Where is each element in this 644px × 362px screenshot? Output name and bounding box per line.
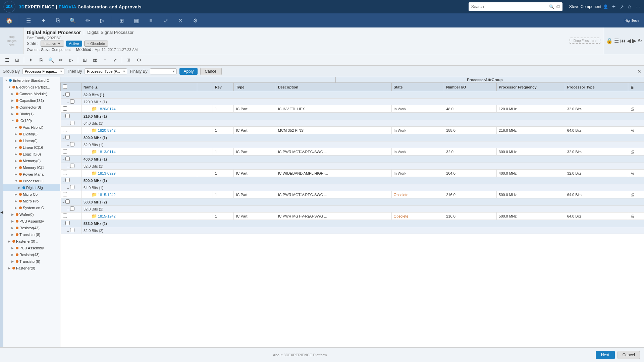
part-link-3[interactable]: 1813-0114: [98, 150, 116, 154]
subgroup-checkbox[interactable]: [70, 99, 74, 104]
group-checkbox-4[interactable]: [65, 157, 70, 161]
new-item-btn[interactable]: ✦: [26, 56, 35, 64]
list2-btn[interactable]: ≡: [101, 56, 109, 64]
group-checkbox-7[interactable]: [65, 221, 70, 225]
col-numio[interactable]: Number I/O: [444, 83, 497, 91]
tree-item-digitalsig[interactable]: ▶ Digital Sig: [3, 184, 60, 191]
subgroup-expand-icon-3[interactable]: –: [67, 143, 69, 147]
print-icon-5[interactable]: 🖨: [630, 192, 634, 197]
part-link-6[interactable]: 1815-1242: [98, 214, 116, 218]
subgroup-expand-icon[interactable]: –: [67, 101, 69, 104]
nav-next-icon[interactable]: ▶: [632, 38, 636, 44]
subgroup-expand-icon-5[interactable]: –: [67, 186, 69, 190]
add-icon[interactable]: +: [612, 3, 616, 10]
group-expand-icon-2[interactable]: –: [63, 115, 65, 119]
tree-item-transistor[interactable]: ▶ Transistor(8): [3, 231, 60, 238]
row-checkbox-2[interactable]: [63, 128, 67, 132]
tree-item-logicic[interactable]: ▶ Logic IC(0): [3, 151, 60, 158]
view-toggle-btn[interactable]: ☰: [3, 56, 11, 64]
row-checkbox-6[interactable]: [63, 214, 67, 218]
subgroup-checkbox-3[interactable]: [70, 142, 74, 146]
tree-item-systemon[interactable]: ▶ System on C: [3, 204, 60, 211]
tree-item-electronics[interactable]: ▼ Electronics Parts(3...: [3, 84, 60, 90]
tree-item-micropro[interactable]: ▶ Micro Pro: [3, 198, 60, 204]
then-by-select-wrap[interactable]: Processor Type (P...: [85, 68, 127, 74]
state-obsolete-btn[interactable]: + Obsolete: [84, 41, 108, 47]
state-inactive-btn[interactable]: Inactive ▼: [41, 41, 64, 47]
copy-item-btn[interactable]: ⎘: [37, 56, 45, 64]
tree-item-microco[interactable]: ▶ Micro Co: [3, 191, 60, 198]
row-checkbox-5[interactable]: [63, 192, 67, 196]
tree-item-pcbassembly[interactable]: ▶ PCB Assembly: [3, 218, 60, 225]
row-checkbox-3[interactable]: [63, 149, 67, 154]
fullscreen-btn[interactable]: ⤢: [111, 56, 119, 64]
group-checkbox-3[interactable]: [65, 135, 70, 139]
search-box[interactable]: 🔍 🏷: [469, 2, 562, 11]
print-icon-6[interactable]: 🖨: [630, 214, 634, 219]
tree-item-power[interactable]: ▶ Power Mana: [3, 171, 60, 178]
group-checkbox-6[interactable]: [65, 199, 70, 204]
tree-item-enterprise[interactable]: ▼ Enterprise Standard C: [3, 77, 60, 84]
toolbar-list-btn[interactable]: ≡: [145, 13, 157, 27]
toolbar-expand-btn[interactable]: ⤢: [160, 13, 172, 27]
col-state[interactable]: State: [391, 83, 444, 91]
state-active-btn[interactable]: Active: [66, 41, 82, 47]
group-checkbox[interactable]: [65, 92, 70, 97]
nav-start-icon[interactable]: ⏮: [620, 38, 626, 44]
tree-item-resistor[interactable]: ▶ Resistor(43): [3, 225, 60, 231]
finally-by-select-wrap[interactable]: [150, 68, 177, 74]
tree-item-diode[interactable]: ▶ Diode(1): [3, 111, 60, 117]
toolbar-search2-btn[interactable]: 🔍: [67, 13, 79, 27]
edit-item-btn[interactable]: ✏: [57, 56, 65, 64]
col-proctype[interactable]: Processor Type: [565, 83, 628, 91]
tree-item-memoryic[interactable]: ▶ Memory IC(1: [3, 164, 60, 171]
group-by-select-wrap[interactable]: Processor Freque...: [22, 68, 64, 74]
subgroup-checkbox-2[interactable]: [70, 121, 74, 125]
filter3-btn[interactable]: ⧖: [124, 56, 133, 64]
tree-item-transistor2[interactable]: ▶ Transistor(8): [3, 258, 60, 265]
select-all-checkbox[interactable]: [63, 84, 67, 89]
expand-all-btn[interactable]: ⊞: [13, 56, 21, 64]
col-desc[interactable]: Description: [276, 83, 391, 91]
tree-item-resistor2[interactable]: ▶ Resistor(43): [3, 251, 60, 258]
tree-item-ic[interactable]: ▼ IC(120): [3, 117, 60, 124]
cancel-bottom-button[interactable]: Cancel: [618, 351, 640, 359]
tree-item-pcbassembly2[interactable]: ▶ PCB Assembly: [3, 245, 60, 251]
arrow-item-btn[interactable]: ▷: [67, 56, 75, 64]
table2-btn[interactable]: ⊞: [80, 56, 89, 64]
lock-icon[interactable]: 🔒: [606, 38, 613, 44]
toolbar-home-btn[interactable]: 🏠: [3, 13, 15, 27]
toolbar-table-btn[interactable]: ⊞: [115, 13, 127, 27]
print-icon-4[interactable]: 🖨: [630, 171, 634, 176]
filter-close-icon[interactable]: ✕: [637, 69, 641, 74]
more-icon[interactable]: ⋯: [635, 4, 641, 10]
toolbar-view-btn[interactable]: ☰: [22, 13, 35, 27]
part-link[interactable]: 1820-0174: [98, 107, 116, 111]
apply-button[interactable]: Apply: [179, 68, 198, 75]
toolbar-edit-btn[interactable]: ✏: [82, 13, 94, 27]
subgroup-expand-icon-4[interactable]: –: [67, 165, 69, 169]
part-link-5[interactable]: 1815-1242: [98, 193, 116, 197]
print-icon[interactable]: 🖨: [630, 107, 634, 111]
then-by-select[interactable]: Processor Type (P...: [85, 68, 127, 74]
toolbar-filter2-btn[interactable]: ⧖: [174, 13, 186, 27]
search-item-btn[interactable]: 🔍: [47, 56, 55, 64]
subgroup-checkbox-5[interactable]: [70, 185, 74, 189]
tree-item-connector[interactable]: ▶ Connector(8): [3, 104, 60, 111]
group-expand-icon-4[interactable]: –: [63, 158, 65, 162]
group-checkbox-2[interactable]: [65, 114, 70, 118]
cancel-filter-button[interactable]: Cancel: [200, 68, 221, 75]
group-by-select[interactable]: Processor Freque...: [22, 68, 64, 74]
part-link-2[interactable]: 1820-8942: [98, 128, 116, 132]
finally-by-select[interactable]: [150, 68, 177, 74]
group-expand-icon-6[interactable]: –: [63, 201, 65, 204]
tree-item-digital[interactable]: ▶ Digital(0): [3, 131, 60, 137]
tree-item-fastener2[interactable]: ▶ Fastener(0): [3, 265, 60, 272]
print-icon-3[interactable]: 🖨: [630, 149, 634, 154]
toolbar-grid-btn[interactable]: ▦: [130, 13, 142, 27]
tree-item-linearic[interactable]: ▶ Linear IC(16: [3, 144, 60, 151]
row-checkbox-4[interactable]: [63, 171, 67, 175]
toolbar-copy-btn[interactable]: ⎘: [52, 13, 64, 27]
col-type[interactable]: Type: [234, 83, 276, 91]
tree-item-fastener[interactable]: ▶ Fastener(0) ..: [3, 238, 60, 245]
